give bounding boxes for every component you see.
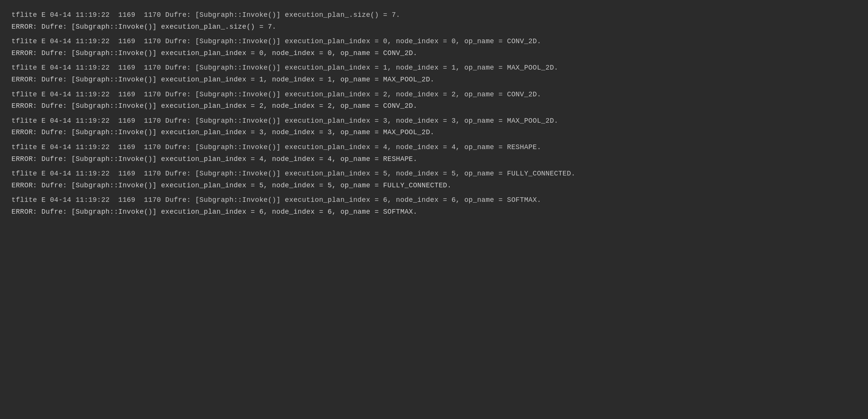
error-log-line: ERROR: Dufre: [Subgraph::Invoke()] execu… bbox=[11, 100, 857, 112]
tflite-log-line: tflite E 04-14 11:19:22 1169 1170 Dufre:… bbox=[11, 141, 857, 153]
error-log-line: ERROR: Dufre: [Subgraph::Invoke()] execu… bbox=[11, 153, 857, 165]
tflite-log-line: tflite E 04-14 11:19:22 1169 1170 Dufre:… bbox=[11, 36, 857, 47]
log-spacer bbox=[11, 138, 857, 141]
log-container: tflite E 04-14 11:19:22 1169 1170 Dufre:… bbox=[11, 9, 857, 218]
tflite-log-line: tflite E 04-14 11:19:22 1169 1170 Dufre:… bbox=[11, 168, 857, 180]
error-log-line: ERROR: Dufre: [Subgraph::Invoke()] execu… bbox=[11, 127, 857, 138]
error-log-line: ERROR: Dufre: [Subgraph::Invoke()] execu… bbox=[11, 180, 857, 192]
log-spacer bbox=[11, 112, 857, 115]
error-log-line: ERROR: Dufre: [Subgraph::Invoke()] execu… bbox=[11, 74, 857, 86]
log-spacer bbox=[11, 32, 857, 36]
log-spacer bbox=[11, 165, 857, 168]
log-spacer bbox=[11, 59, 857, 62]
tflite-log-line: tflite E 04-14 11:19:22 1169 1170 Dufre:… bbox=[11, 62, 857, 74]
tflite-log-line: tflite E 04-14 11:19:22 1169 1170 Dufre:… bbox=[11, 115, 857, 127]
error-log-line: ERROR: Dufre: [Subgraph::Invoke()] execu… bbox=[11, 21, 857, 33]
tflite-log-line: tflite E 04-14 11:19:22 1169 1170 Dufre:… bbox=[11, 89, 857, 101]
error-log-line: ERROR: Dufre: [Subgraph::Invoke()] execu… bbox=[11, 47, 857, 59]
tflite-log-line: tflite E 04-14 11:19:22 1169 1170 Dufre:… bbox=[11, 9, 857, 21]
log-spacer bbox=[11, 86, 857, 89]
log-spacer bbox=[11, 191, 857, 194]
error-log-line: ERROR: Dufre: [Subgraph::Invoke()] execu… bbox=[11, 206, 857, 218]
tflite-log-line: tflite E 04-14 11:19:22 1169 1170 Dufre:… bbox=[11, 194, 857, 206]
